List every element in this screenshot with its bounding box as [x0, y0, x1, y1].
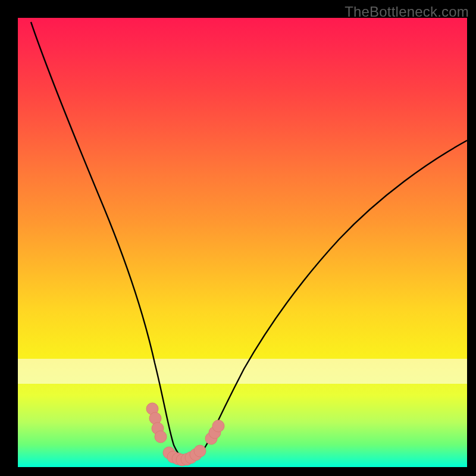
- svg-point-14: [212, 420, 224, 432]
- curve-layer: [18, 18, 467, 467]
- plot-area: [18, 18, 467, 467]
- svg-point-11: [194, 445, 206, 457]
- watermark-text: TheBottleneck.com: [345, 4, 469, 20]
- bottleneck-curve: [31, 22, 467, 461]
- marker-group: [146, 403, 224, 466]
- chart-frame: TheBottleneck.com: [0, 0, 476, 476]
- svg-point-3: [155, 431, 167, 443]
